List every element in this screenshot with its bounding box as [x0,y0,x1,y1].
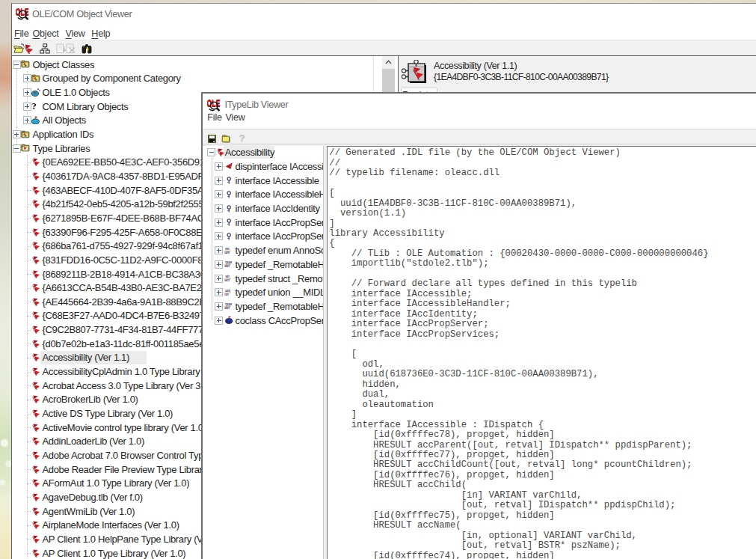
svg-text:um: um [224,251,230,254]
svg-text:on: on [224,293,229,296]
svg-text:def: def [224,307,230,311]
svg-text:OLE: OLE [207,99,221,109]
svg-text:?: ? [32,102,37,110]
svg-text:def: def [224,265,230,269]
svg-text:OLE: OLE [16,7,29,17]
svg-text:uct: uct [224,278,230,282]
